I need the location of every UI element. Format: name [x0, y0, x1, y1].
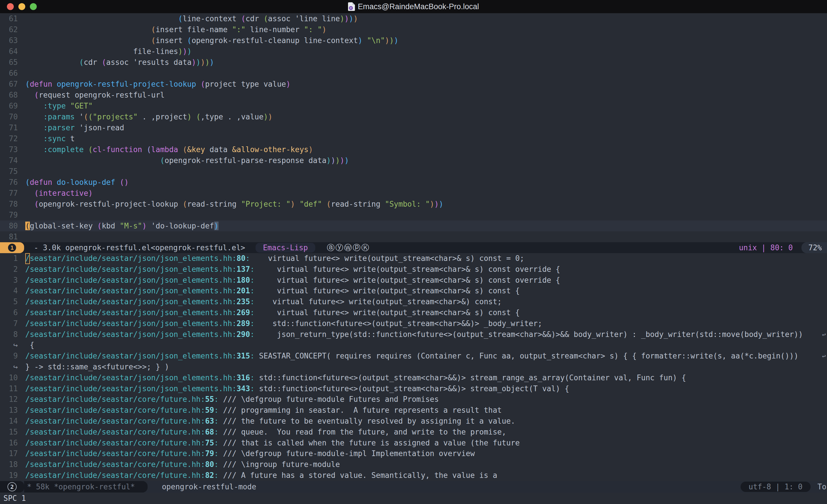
line-number: 79: [0, 209, 25, 220]
line-number: 1: [0, 253, 25, 264]
echo-area[interactable]: SPC 1: [0, 493, 827, 504]
echo-text: SPC 1: [3, 494, 26, 503]
line-number: 10: [0, 372, 25, 384]
line-number: 73: [0, 144, 25, 155]
code-line[interactable]: 71 :parser 'json-read: [0, 122, 827, 133]
code-line[interactable]: 65 (cdr (assoc 'results data))))): [0, 57, 827, 68]
line-number: 74: [0, 155, 25, 166]
result-line[interactable]: 16/seastar/include/seastar/core/future.h…: [0, 438, 827, 449]
code-line[interactable]: 62 (insert file-name ":" line-number ": …: [0, 24, 827, 35]
workspace-number-2: 2: [7, 482, 17, 491]
cursor-hollow: /: [25, 253, 30, 264]
line-number: 61: [0, 13, 25, 24]
line-number: 66: [0, 68, 25, 79]
line-number: 3: [0, 275, 25, 286]
eol-and-position: unix | 80: 0: [739, 243, 793, 252]
code-line[interactable]: 79: [0, 209, 827, 220]
result-line[interactable]: 15/seastar/include/seastar/core/future.h…: [0, 427, 827, 438]
line-number: 19: [0, 470, 25, 481]
code-line[interactable]: 72 :sync t: [0, 133, 827, 144]
result-line[interactable]: 12/seastar/include/seastar/core/future.h…: [0, 394, 827, 405]
result-line[interactable]: 13/seastar/include/seastar/core/future.h…: [0, 405, 827, 416]
modeline-top: 1 - 3.0k opengrok-restful.el<opengrok-re…: [0, 242, 827, 253]
results-window[interactable]: 1/seastar/include/seastar/json/json_elem…: [0, 253, 827, 481]
encoding-and-position: utf-8 | 1: 0: [740, 482, 811, 492]
result-line[interactable]: 8/seastar/include/seastar/json/json_elem…: [0, 329, 827, 340]
line-number: 15: [0, 427, 25, 438]
buffer-info-2[interactable]: * 58k *opengrok-restful*: [24, 481, 148, 493]
line-number: 17: [0, 448, 25, 459]
code-line[interactable]: 69 :type "GET": [0, 100, 827, 111]
wrap-continues-icon: ↩: [822, 351, 826, 362]
result-line[interactable]: 6/seastar/include/seastar/json/json_elem…: [0, 307, 827, 318]
result-line[interactable]: 2/seastar/include/seastar/json/json_elem…: [0, 264, 827, 275]
line-number: 4: [0, 286, 25, 297]
result-line[interactable]: 11/seastar/include/seastar/json/json_ele…: [0, 384, 827, 394]
code-line[interactable]: 64 file-lines))): [0, 46, 827, 57]
result-line[interactable]: 7/seastar/include/seastar/json/json_elem…: [0, 318, 827, 329]
major-mode-label[interactable]: Emacs-Lisp: [255, 243, 315, 253]
code-line[interactable]: 75: [0, 166, 827, 177]
code-line[interactable]: 77 (interactive): [0, 188, 827, 199]
code-line[interactable]: 70 :params '(("projects" . ,project) (,t…: [0, 111, 827, 122]
line-number: 14: [0, 416, 25, 427]
traffic-lights: [7, 0, 37, 13]
line-number: 76: [0, 177, 25, 188]
result-wrap-line[interactable]: ↪} -> std::same_as<future<>>; } ): [0, 362, 827, 372]
line-number: 68: [0, 90, 25, 100]
code-line[interactable]: 81: [0, 231, 827, 242]
line-number: 2: [0, 264, 25, 275]
code-window[interactable]: 61 (line-context (cdr (assoc 'line line)…: [0, 13, 827, 242]
result-line[interactable]: 1/seastar/include/seastar/json/json_elem…: [0, 253, 827, 264]
line-number: 81: [0, 231, 25, 242]
code-line[interactable]: 78 (opengrok-restful-project-lookup (rea…: [0, 199, 827, 209]
code-line[interactable]: 61 (line-context (cdr (assoc 'line line)…: [0, 13, 827, 24]
minor-mode-icons: ⓐⓨⓌⓟⓀ: [327, 243, 370, 253]
result-line[interactable]: 18/seastar/include/seastar/core/future.h…: [0, 459, 827, 470]
code-line[interactable]: 74 (opengrok-restful-parse-response data…: [0, 155, 827, 166]
result-line[interactable]: 19/seastar/include/seastar/core/future.h…: [0, 470, 827, 481]
titlebar: e Emacs@RaindeMacBook-Pro.local: [0, 0, 827, 13]
wrap-indicator-icon: ↪: [0, 340, 25, 351]
result-line[interactable]: 10/seastar/include/seastar/json/json_ele…: [0, 372, 827, 384]
zoom-button[interactable]: [30, 3, 37, 10]
line-number: 64: [0, 46, 25, 57]
line-number: 7: [0, 318, 25, 329]
line-number: 65: [0, 57, 25, 68]
major-mode-label-2[interactable]: opengrok-restful-mode: [162, 483, 256, 491]
code-line[interactable]: 73 :complete (cl-function (lambda (&key …: [0, 144, 827, 155]
workspace-badge-2: 2: [0, 481, 24, 493]
code-line[interactable]: 80(global-set-key (kbd "M-s") 'do-lookup…: [0, 220, 827, 231]
result-line[interactable]: 4/seastar/include/seastar/json/json_elem…: [0, 286, 827, 297]
result-line[interactable]: 3/seastar/include/seastar/json/json_elem…: [0, 275, 827, 286]
minimize-button[interactable]: [18, 3, 25, 10]
result-line[interactable]: 17/seastar/include/seastar/core/future.h…: [0, 448, 827, 459]
code-line[interactable]: 63 (insert (opengrok-restful-cleanup lin…: [0, 35, 827, 46]
workspace-number: 1: [8, 244, 16, 252]
code-line[interactable]: 76(defun do-lookup-def (): [0, 177, 827, 188]
line-number: 80: [0, 220, 25, 231]
modeline-bottom: 2 * 58k *opengrok-restful* opengrok-rest…: [0, 481, 827, 493]
line-number: 75: [0, 166, 25, 177]
result-wrap-line[interactable]: ↪ {: [0, 340, 827, 351]
line-number: 11: [0, 384, 25, 394]
code-line[interactable]: 67(defun opengrok-restful-project-lookup…: [0, 79, 827, 90]
scroll-indicator: To: [818, 483, 827, 491]
close-button[interactable]: [7, 3, 14, 10]
line-number: 78: [0, 199, 25, 209]
result-line[interactable]: 9/seastar/include/seastar/json/json_elem…: [0, 351, 827, 362]
result-line[interactable]: 14/seastar/include/seastar/core/future.h…: [0, 416, 827, 427]
line-number: 12: [0, 394, 25, 405]
line-number: 69: [0, 100, 25, 111]
line-number: 72: [0, 133, 25, 144]
code-line[interactable]: 68 (request opengrok-restful-url: [0, 90, 827, 100]
code-line[interactable]: 66: [0, 68, 827, 79]
line-number: 71: [0, 122, 25, 133]
line-number: 62: [0, 24, 25, 35]
emacs-icon: e: [348, 2, 355, 11]
line-number: 8: [0, 329, 25, 340]
buffer-info[interactable]: - 3.0k opengrok-restful.el<opengrok-rest…: [34, 243, 245, 252]
line-number: 70: [0, 111, 25, 122]
line-number: 67: [0, 79, 25, 90]
result-line[interactable]: 5/seastar/include/seastar/json/json_elem…: [0, 297, 827, 307]
